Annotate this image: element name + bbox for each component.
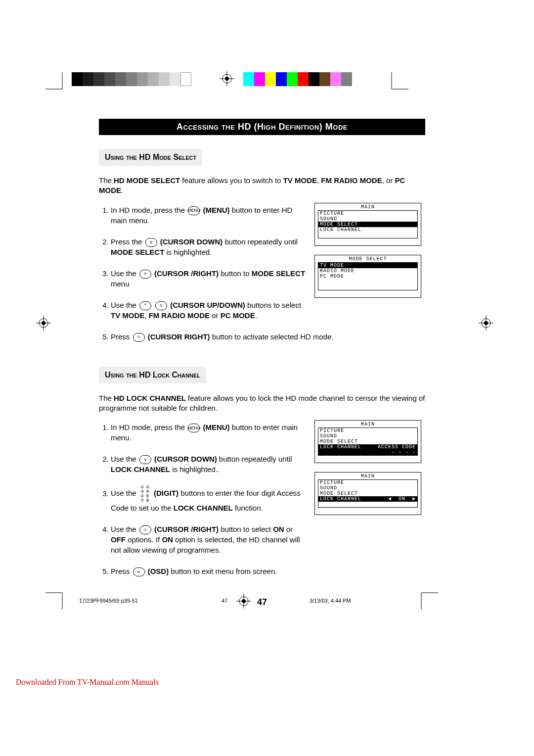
step-4: Use the ^ v (CURSOR UP/DOWN) buttons to … (111, 300, 306, 321)
section-heading-mode-select: Using the HD Mode Select (99, 149, 202, 166)
cursor-right-icon: > (139, 270, 151, 279)
download-source-note: Downloaded From TV-Manual.com Manuals (16, 678, 159, 687)
step-5: Press i+ (OSD) button to exit menu from … (111, 566, 306, 576)
crop-corner-bottom-left (45, 592, 63, 610)
step-2: Use the v (CURSOR DOWN) button repeatedl… (111, 454, 306, 474)
page: Accessing the HD (High Definition) Mode … (0, 0, 534, 756)
content-area: Accessing the HD (High Definition) Mode … (99, 119, 425, 608)
registration-mark-icon (220, 71, 234, 86)
lock-channel-steps: In HD mode, press the MENU (MENU) button… (99, 420, 306, 587)
menu-button-icon: MENU (188, 206, 200, 215)
crop-corner-top-right (391, 72, 408, 90)
step-3: Use the > (CURSOR /RIGHT) button to MODE… (111, 268, 306, 289)
step-2: Press the v (CURSOR DOWN) button repeate… (111, 236, 306, 257)
intro-lock-channel: The HD LOCK CHANNEL feature allows you t… (99, 393, 425, 414)
step-1: In HD mode, press the MENU (MENU) button… (111, 422, 306, 443)
color-bar (243, 72, 352, 86)
footer-timestamp: 3/13/03, 4:44 PM (310, 598, 351, 604)
cursor-up-icon: ^ (139, 301, 151, 310)
step-3: Use the ①②③④⑤⑥⑦⑧ (DIGIT) buttons to ente… (111, 485, 306, 513)
section-heading-lock-channel: Using the HD Lock Channel (99, 367, 206, 383)
step-1: In HD mode, press the MENU (MENU) button… (111, 205, 306, 226)
cursor-down-icon: v (139, 455, 151, 464)
mode-select-screens: MAIN PICTURE SOUND MODE SELECT LOCK CHAN… (314, 203, 425, 353)
crop-corner-top-left (45, 72, 63, 90)
mode-select-columns: In HD mode, press the MENU (MENU) button… (99, 203, 425, 353)
grayscale-bar (72, 72, 191, 86)
intro-mode-select: The HD MODE SELECT feature allows you to… (99, 176, 425, 196)
osd-main-menu: MAIN PICTURE SOUND MODE SELECT LOCK CHAN… (314, 203, 421, 246)
registration-mark-icon (479, 316, 493, 331)
mode-select-steps: In HD mode, press the MENU (MENU) button… (99, 203, 306, 353)
cursor-right-icon: > (133, 333, 145, 342)
osd-mode-select-menu: MODE SELECT TV MODE RADIO MODE PC MODE (314, 255, 421, 298)
lock-channel-screens: MAIN PICTURE SOUND MODE SELECT LOCK CHAN… (314, 420, 425, 587)
digit-buttons-icon: ①②③④⑤⑥⑦⑧ (140, 485, 150, 503)
print-calibration-row-top (0, 71, 534, 89)
osd-main-menu-lock-on: MAIN PICTURE SOUND MODE SELECT LOCK CHAN… (314, 472, 421, 515)
menu-button-icon: MENU (188, 424, 200, 432)
page-title: Accessing the HD (High Definition) Mode (99, 119, 425, 135)
osd-button-icon: i+ (133, 567, 145, 576)
osd-main-menu-access-code: MAIN PICTURE SOUND MODE SELECT LOCK CHAN… (314, 420, 421, 463)
registration-mark-icon (236, 594, 251, 609)
cursor-down-icon: v (155, 301, 167, 310)
cursor-down-icon: v (145, 238, 157, 247)
print-footer-row: 17/23PF9945/69 p39-51 47 3/13/03, 4:44 P… (0, 594, 534, 609)
crop-corner-bottom-right (420, 592, 438, 610)
cursor-right-icon: > (139, 525, 151, 534)
footer-doc-id: 17/23PF9945/69 p39-51 (79, 598, 138, 604)
step-4: Use the > (CURSOR /RIGHT) button to sele… (111, 524, 306, 555)
lock-channel-columns: In HD mode, press the MENU (MENU) button… (99, 420, 425, 587)
footer-page: 47 (222, 598, 227, 604)
registration-mark-icon (36, 316, 51, 331)
